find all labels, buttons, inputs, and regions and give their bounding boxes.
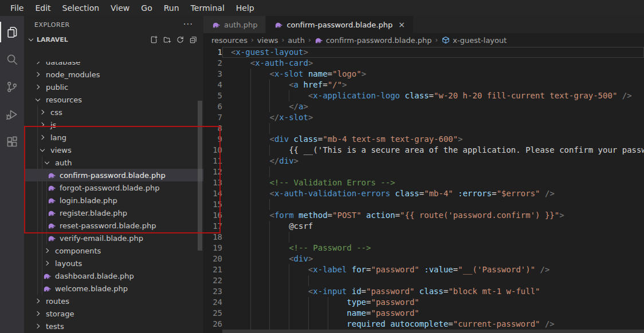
tab-confirm-password-blade-php[interactable]: confirm-password.blade.php× xyxy=(266,16,414,33)
breadcrumb-item-auth[interactable]: auth xyxy=(288,36,305,45)
tab-label: auth.php xyxy=(224,21,257,29)
chevron-right-icon xyxy=(42,246,52,255)
tree-item-routes[interactable]: routes xyxy=(24,295,203,307)
code-line-22[interactable]: 22 xyxy=(203,275,644,286)
tree-item-auth[interactable]: auth xyxy=(24,156,203,169)
tree-item-views[interactable]: views xyxy=(24,144,203,156)
code-line-12[interactable]: 12 xyxy=(203,166,644,177)
code-line-21[interactable]: 21 <x-label for="password" :value="__('P… xyxy=(203,264,644,275)
close-icon[interactable]: × xyxy=(398,20,405,29)
line-number: 1 xyxy=(203,47,222,58)
menu-bar: FileEditSelectionViewGoRunTerminalHelp xyxy=(0,0,644,16)
code-line-18[interactable]: 18 xyxy=(203,232,644,243)
code-line-15[interactable]: 15 xyxy=(203,199,644,210)
tree-item-reset-password-blade-php[interactable]: reset-password.blade.php xyxy=(24,219,203,232)
code-line-13[interactable]: 13 <!-- Validation Errors --> xyxy=(203,177,644,188)
tree-item-node-modules[interactable]: node_modules xyxy=(24,68,203,81)
tree-item-forgot-password-blade-php[interactable]: forgot-password.blade.php xyxy=(24,181,203,194)
code-line-20[interactable]: 20 <div> xyxy=(203,253,644,264)
chevron-right-icon xyxy=(33,309,42,318)
run-debug-icon[interactable] xyxy=(0,101,24,128)
new-file-icon[interactable] xyxy=(150,35,158,44)
tree-item-label: welcome.blade.php xyxy=(55,284,128,293)
explorer-more-actions-icon[interactable]: ··· xyxy=(183,19,193,30)
project-section-header[interactable]: LARAVEL xyxy=(24,33,203,46)
breadcrumb-item-x-guest-layout[interactable]: x-guest-layout xyxy=(441,35,506,45)
code-line-1[interactable]: 1<x-guest-layout> xyxy=(203,47,644,58)
chevron-right-icon xyxy=(38,133,47,142)
code-line-2[interactable]: 2 <x-auth-card> xyxy=(203,58,644,69)
line-number: 6 xyxy=(203,101,222,112)
tree-item-label: dashboard.blade.php xyxy=(55,272,134,280)
code-line-19[interactable]: 19 <!-- Password --> xyxy=(203,243,644,253)
code-line-3[interactable]: 3 <x-slot name="logo"> xyxy=(203,69,644,80)
explorer-scrollbar[interactable] xyxy=(198,101,202,251)
code-line-14[interactable]: 14 <x-auth-validation-errors class="mb-4… xyxy=(203,188,644,199)
line-number: 24 xyxy=(203,297,222,308)
collapse-all-icon[interactable] xyxy=(189,35,198,44)
tree-item-dashboard-blade-php[interactable]: dashboard.blade.php xyxy=(24,269,203,282)
code-line-9[interactable]: 9 <div class="mb-4 text-sm text-gray-600… xyxy=(203,134,644,145)
code-line-10[interactable]: 10 {{ __('This is a secure area of the a… xyxy=(203,145,644,156)
search-icon[interactable] xyxy=(0,46,24,73)
new-folder-icon[interactable] xyxy=(163,35,171,44)
tree-item-label: node_modules xyxy=(46,70,100,79)
breadcrumb-item-views[interactable]: views xyxy=(257,36,278,45)
chevron-down-icon xyxy=(33,95,42,104)
code-line-25[interactable]: 25 name="password" xyxy=(203,308,644,319)
tree-item-confirm-password-blade-php[interactable]: confirm-password.blade.php xyxy=(24,169,203,181)
refresh-icon[interactable] xyxy=(176,35,184,44)
tree-item-verify-email-blade-php[interactable]: verify-email.blade.php xyxy=(24,232,203,244)
code-line-8[interactable]: 8 xyxy=(203,123,644,134)
line-number: 17 xyxy=(203,221,222,232)
menu-item-help[interactable]: Help xyxy=(230,0,260,16)
tree-item-welcome-blade-php[interactable]: welcome.blade.php xyxy=(24,282,203,295)
code-editor[interactable]: 1<x-guest-layout>2 <x-auth-card>3 <x-slo… xyxy=(203,47,644,333)
tree-item-css[interactable]: css xyxy=(24,106,203,118)
code-line-11[interactable]: 11 </div> xyxy=(203,156,644,166)
blade-elephant-icon xyxy=(274,21,283,29)
tab-auth-php[interactable]: auth.php xyxy=(203,16,266,33)
blade-elephant-icon xyxy=(43,284,52,293)
code-line-5[interactable]: 5 <x-application-logo class="w-20 h-20 f… xyxy=(203,90,644,101)
code-line-23[interactable]: 23 <x-input id="password" class="block m… xyxy=(203,286,644,297)
menu-item-go[interactable]: Go xyxy=(135,0,158,16)
code-line-16[interactable]: 16 <form method="POST" action="{{ route(… xyxy=(203,210,644,221)
explorer-icon[interactable] xyxy=(0,18,24,46)
breadcrumb-item-resources[interactable]: resources xyxy=(211,36,248,45)
menu-item-selection[interactable]: Selection xyxy=(57,0,105,16)
source-control-icon[interactable] xyxy=(0,73,24,101)
tree-item-login-blade-php[interactable]: login.blade.php xyxy=(24,194,203,207)
tree-item-tests[interactable]: tests xyxy=(24,320,203,332)
tree-item-public[interactable]: public xyxy=(24,81,203,93)
tree-item-components[interactable]: components xyxy=(24,244,203,257)
menu-item-run[interactable]: Run xyxy=(158,0,185,16)
line-number: 16 xyxy=(203,210,222,221)
tree-item-label: public xyxy=(46,83,68,92)
editor-horizontal-scrollbar[interactable] xyxy=(222,330,644,333)
menu-item-edit[interactable]: Edit xyxy=(29,0,56,16)
menu-item-view[interactable]: View xyxy=(105,0,135,16)
extensions-icon[interactable] xyxy=(0,128,24,156)
tree-item-layouts[interactable]: layouts xyxy=(24,257,203,269)
blade-elephant-icon xyxy=(48,184,56,192)
menu-item-terminal[interactable]: Terminal xyxy=(185,0,230,16)
tree-item-label: views xyxy=(50,146,72,154)
code-line-7[interactable]: 7 </x-slot> xyxy=(203,112,644,123)
menu-item-file[interactable]: File xyxy=(5,0,29,16)
code-line-26[interactable]: 26 required autocomplete="current-passwo… xyxy=(203,319,644,330)
code-line-6[interactable]: 6 </a> xyxy=(203,101,644,112)
tree-item-label: routes xyxy=(46,297,69,306)
code-line-24[interactable]: 24 type="password" xyxy=(203,297,644,308)
chevron-right-icon xyxy=(33,62,42,66)
code-line-17[interactable]: 17 @csrf xyxy=(203,221,644,232)
tree-item-js[interactable]: js xyxy=(24,118,203,131)
tree-item-resources[interactable]: resources xyxy=(24,93,203,106)
tab-label: confirm-password.blade.php xyxy=(286,21,392,29)
code-line-4[interactable]: 4 <a href="/"> xyxy=(203,80,644,90)
tree-item-lang[interactable]: lang xyxy=(24,131,203,144)
tree-item-storage[interactable]: storage xyxy=(24,307,203,320)
breadcrumb-item-confirm-password-blade-php[interactable]: confirm-password.blade.php xyxy=(315,35,432,45)
tree-item-database[interactable]: database xyxy=(24,62,203,68)
tree-item-register-blade-php[interactable]: register.blade.php xyxy=(24,207,203,219)
